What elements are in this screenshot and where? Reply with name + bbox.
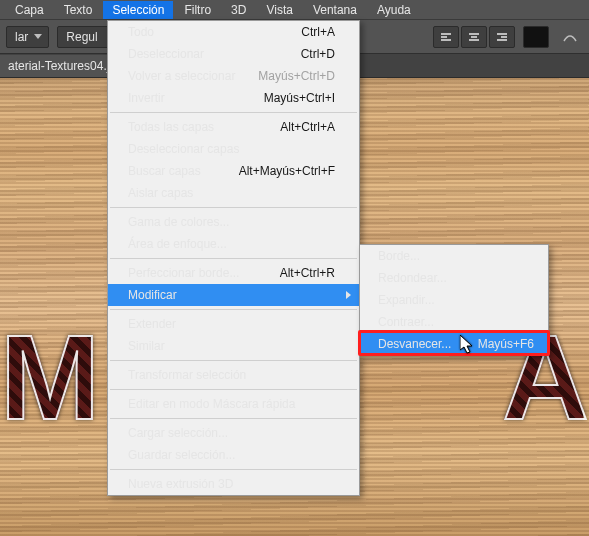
menu-separator (110, 207, 357, 208)
selection-letter: M (0, 308, 94, 446)
menu-item[interactable]: Buscar capasAlt+Mayús+Ctrl+F (108, 160, 359, 182)
menu-item[interactable]: Deseleccionar capas (108, 138, 359, 160)
menu-item[interactable]: TodoCtrl+A (108, 21, 359, 43)
modificar-submenu: Borde...Redondear...Expandir...Contraer.… (359, 244, 549, 356)
menu-item[interactable]: Extender (108, 313, 359, 335)
menu-item[interactable]: Cargar selección... (108, 422, 359, 444)
menu-item-shortcut: Ctrl+D (301, 47, 335, 61)
menu-item-label: Extender (128, 317, 335, 331)
menu-item[interactable]: Todas las capasAlt+Ctrl+A (108, 116, 359, 138)
align-right-icon (497, 33, 507, 41)
menu-separator (110, 360, 357, 361)
menu-item-label: Deseleccionar capas (128, 142, 335, 156)
font-style-value: lar (15, 30, 28, 44)
submenu-item-label: Expandir... (378, 293, 534, 307)
submenu-arrow-icon (346, 291, 351, 299)
submenu-item-shortcut: Mayús+F6 (478, 337, 534, 351)
menu-item[interactable]: Guardar selección... (108, 444, 359, 466)
menu-item-label: Aislar capas (128, 186, 335, 200)
menu-item[interactable]: DeseleccionarCtrl+D (108, 43, 359, 65)
menu-separator (110, 309, 357, 310)
menu-separator (110, 112, 357, 113)
submenu-item-label: Contraer... (378, 315, 534, 329)
font-weight-value: Regul (66, 30, 97, 44)
menu-item-shortcut: Alt+Ctrl+A (280, 120, 335, 134)
menu-item-label: Gama de colores... (128, 215, 335, 229)
seleccion-menu: TodoCtrl+ADeseleccionarCtrl+DVolver a se… (107, 20, 360, 496)
menu-item[interactable]: Nueva extrusión 3D (108, 473, 359, 495)
align-group (433, 26, 515, 48)
menu-item[interactable]: Aislar capas (108, 182, 359, 204)
menu-item[interactable]: InvertirMayús+Ctrl+I (108, 87, 359, 109)
menu-item-label: Guardar selección... (128, 448, 335, 462)
menu-item-label: Transformar selección (128, 368, 335, 382)
menu-item[interactable]: Similar (108, 335, 359, 357)
menu-item-label: Cargar selección... (128, 426, 335, 440)
menu-separator (110, 258, 357, 259)
submenu-item[interactable]: Desvanecer...Mayús+F6 (360, 333, 548, 355)
menu-separator (110, 469, 357, 470)
menu-vista[interactable]: Vista (257, 1, 301, 19)
menu-item-label: Similar (128, 339, 335, 353)
dropdown-caret-icon (34, 34, 42, 39)
menu-separator (110, 418, 357, 419)
submenu-item[interactable]: Expandir... (360, 289, 548, 311)
document-tab-label: aterial-Textures04.jp (8, 59, 116, 73)
align-left-icon (441, 33, 451, 41)
menu-3d[interactable]: 3D (222, 1, 255, 19)
menu-item-shortcut: Ctrl+A (301, 25, 335, 39)
menu-item-shortcut: Alt+Mayús+Ctrl+F (239, 164, 335, 178)
menu-ventana[interactable]: Ventana (304, 1, 366, 19)
menu-item[interactable]: Transformar selección (108, 364, 359, 386)
menu-item: Volver a seleccionarMayús+Ctrl+D (108, 65, 359, 87)
menu-item-label: Buscar capas (128, 164, 239, 178)
align-center-icon (469, 33, 479, 41)
warp-text-icon (562, 29, 578, 45)
submenu-item-label: Redondear... (378, 271, 534, 285)
color-swatch[interactable] (523, 26, 549, 48)
menu-item[interactable]: Perfeccionar borde...Alt+Ctrl+R (108, 262, 359, 284)
menu-item-label: Perfeccionar borde... (128, 266, 280, 280)
menu-item-shortcut: Mayús+Ctrl+D (258, 69, 335, 83)
menu-item[interactable]: Editar en modo Máscara rápida (108, 393, 359, 415)
align-center-button[interactable] (461, 26, 487, 48)
menu-item-label: Todo (128, 25, 301, 39)
menu-item-label: Área de enfoque... (128, 237, 335, 251)
align-right-button[interactable] (489, 26, 515, 48)
submenu-item-label: Desvanecer... (378, 337, 478, 351)
menu-seleccion[interactable]: Selección (103, 1, 173, 19)
menu-item-label: Editar en modo Máscara rápida (128, 397, 335, 411)
font-style-combo[interactable]: lar (6, 26, 49, 48)
submenu-item-label: Borde... (378, 249, 534, 263)
menu-item-shortcut: Alt+Ctrl+R (280, 266, 335, 280)
menu-item-label: Modificar (128, 288, 335, 302)
submenu-item[interactable]: Borde... (360, 245, 548, 267)
menu-item-label: Nueva extrusión 3D (128, 477, 335, 491)
menu-item[interactable]: Modificar (108, 284, 359, 306)
menu-ayuda[interactable]: Ayuda (368, 1, 420, 19)
submenu-item[interactable]: Contraer... (360, 311, 548, 333)
menu-item-shortcut: Mayús+Ctrl+I (264, 91, 335, 105)
menu-item-label: Deseleccionar (128, 47, 301, 61)
menu-item[interactable]: Área de enfoque... (108, 233, 359, 255)
menu-texto[interactable]: Texto (55, 1, 102, 19)
menubar: Capa Texto Selección Filtro 3D Vista Ven… (0, 0, 589, 20)
menu-item-label: Invertir (128, 91, 264, 105)
menu-item-label: Volver a seleccionar (128, 69, 258, 83)
submenu-item[interactable]: Redondear... (360, 267, 548, 289)
menu-capa[interactable]: Capa (6, 1, 53, 19)
menu-item-label: Todas las capas (128, 120, 280, 134)
warp-text-button[interactable] (557, 26, 583, 48)
menu-separator (110, 389, 357, 390)
menu-filtro[interactable]: Filtro (175, 1, 220, 19)
align-left-button[interactable] (433, 26, 459, 48)
menu-item[interactable]: Gama de colores... (108, 211, 359, 233)
